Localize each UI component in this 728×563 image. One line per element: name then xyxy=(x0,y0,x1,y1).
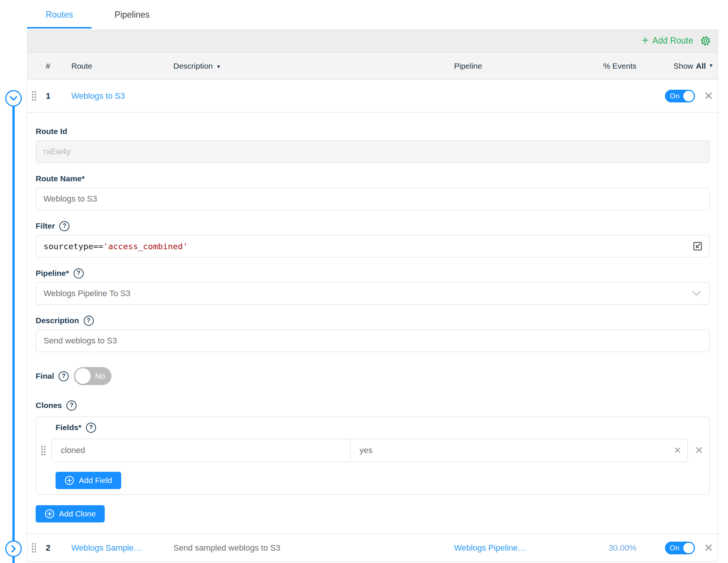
drag-handle-icon[interactable] xyxy=(32,543,36,552)
col-description-sort[interactable]: Description▼ xyxy=(173,62,454,71)
routes-table: + Add Route # Route Description▼ Pipelin… xyxy=(27,29,718,562)
final-row: Final ? No xyxy=(36,367,710,385)
col-description-label: Description xyxy=(173,62,213,70)
tab-routes-label: Routes xyxy=(46,10,73,20)
final-toggle-label: No xyxy=(95,372,105,381)
route-link[interactable]: Weblogs to S3 xyxy=(71,91,173,101)
expand-editor-icon[interactable] xyxy=(692,241,703,252)
route-enabled-toggle[interactable]: On xyxy=(665,542,695,554)
add-clone-label: Add Clone xyxy=(59,509,96,518)
final-toggle[interactable]: No xyxy=(74,367,111,385)
chevron-down-icon xyxy=(6,91,21,105)
route-enabled-toggle[interactable]: On xyxy=(665,90,695,102)
pipeline-select-value: Weblogs Pipeline To S3 xyxy=(44,289,131,298)
route-row-2: 2 Weblogs Sample… Send sampled weblogs t… xyxy=(27,534,718,562)
help-icon[interactable]: ? xyxy=(59,371,69,381)
toggle-knob xyxy=(683,91,694,101)
chevron-down-icon: ▼ xyxy=(708,63,713,68)
description-label: Description ? xyxy=(36,315,710,326)
route-id-label: Route Id xyxy=(36,126,710,137)
show-label: Show xyxy=(674,62,693,71)
route-name-label: Route Name* xyxy=(36,173,710,184)
toggle-knob xyxy=(683,543,694,553)
add-field-button[interactable]: Add Field xyxy=(56,472,121,489)
field-name-input[interactable] xyxy=(51,439,350,462)
table-header: # Route Description▼ Pipeline % Events S… xyxy=(27,53,718,80)
settings-gear-icon[interactable] xyxy=(700,35,711,47)
tabs-bar: Routes Pipelines xyxy=(27,0,718,29)
col-events: % Events xyxy=(591,62,637,71)
add-clone-button[interactable]: Add Clone xyxy=(36,505,105,522)
clone-field-row: ✕ ✕ xyxy=(41,439,709,462)
toggle-label: On xyxy=(670,92,679,100)
route-id-input xyxy=(36,140,710,163)
final-label: Final ? xyxy=(36,371,69,381)
routes-toolbar: + Add Route xyxy=(27,29,718,53)
remove-field-button[interactable]: ✕ xyxy=(695,446,703,456)
help-icon[interactable]: ? xyxy=(86,423,96,433)
help-icon[interactable]: ? xyxy=(84,316,94,326)
clones-label: Clones ? xyxy=(36,400,710,411)
help-icon[interactable]: ? xyxy=(59,221,69,231)
plus-circle-icon xyxy=(65,476,74,485)
toggle-knob xyxy=(75,368,91,384)
description-input[interactable] xyxy=(36,330,710,352)
routes-page: Routes Pipelines + Add Route # R xyxy=(0,0,728,563)
filter-expression-field: sourcetype== xyxy=(44,242,103,251)
pipeline-link[interactable]: Weblogs Pipeline… xyxy=(454,543,591,553)
route-row-1: 1 Weblogs to S3 On ✕ xyxy=(27,80,718,113)
add-route-button[interactable]: + Add Route xyxy=(642,35,693,47)
sort-down-icon: ▼ xyxy=(216,64,221,69)
pipeline-select[interactable]: Weblogs Pipeline To S3 xyxy=(36,282,710,305)
chevron-down-icon xyxy=(692,291,701,297)
col-number: # xyxy=(44,62,71,71)
col-route: Route xyxy=(71,62,173,71)
route-link[interactable]: Weblogs Sample… xyxy=(71,543,173,553)
route-number: 1 xyxy=(44,91,71,101)
clones-group: Fields* ? ✕ ✕ xyxy=(36,417,710,495)
route-connector-line xyxy=(12,98,15,563)
filter-expression-string: 'access_combined' xyxy=(103,242,188,251)
route-name-input[interactable] xyxy=(36,188,710,210)
drag-handle-icon[interactable] xyxy=(41,446,45,455)
field-value-input[interactable] xyxy=(350,439,688,462)
toggle-label: On xyxy=(670,544,679,552)
chevron-right-icon xyxy=(6,542,21,556)
expand-route-button[interactable] xyxy=(5,540,22,557)
help-icon[interactable]: ? xyxy=(74,268,84,278)
plus-circle-icon xyxy=(45,509,54,519)
pipeline-label: Pipeline* ? xyxy=(36,268,710,278)
tab-pipelines[interactable]: Pipelines xyxy=(95,0,169,29)
show-filter-dropdown[interactable]: ShowAll▼ xyxy=(637,62,718,71)
show-value: All xyxy=(696,62,706,71)
clear-field-icon[interactable]: ✕ xyxy=(674,445,681,456)
route-detail-form: Route Id Route Name* Filter ? sourcetype… xyxy=(27,126,718,534)
drag-handle-icon[interactable] xyxy=(32,91,36,101)
route-description: Send sampled weblogs to S3 xyxy=(173,543,454,553)
fields-label: Fields* ? xyxy=(56,422,709,433)
route-number: 2 xyxy=(44,543,71,553)
col-pipeline: Pipeline xyxy=(454,62,591,71)
events-percent: 30.00% xyxy=(591,543,637,553)
collapse-route-button[interactable] xyxy=(5,90,22,107)
add-field-label: Add Field xyxy=(79,476,112,485)
filter-label: Filter ? xyxy=(36,221,710,231)
add-route-label: Add Route xyxy=(652,36,693,46)
tab-pipelines-label: Pipelines xyxy=(114,10,149,20)
plus-icon: + xyxy=(642,35,648,46)
remove-route-button[interactable]: ✕ xyxy=(704,90,713,102)
filter-expression-input[interactable]: sourcetype=='access_combined' xyxy=(36,235,710,257)
remove-route-button[interactable]: ✕ xyxy=(704,542,713,554)
help-icon[interactable]: ? xyxy=(66,400,77,411)
tab-routes[interactable]: Routes xyxy=(27,0,92,29)
